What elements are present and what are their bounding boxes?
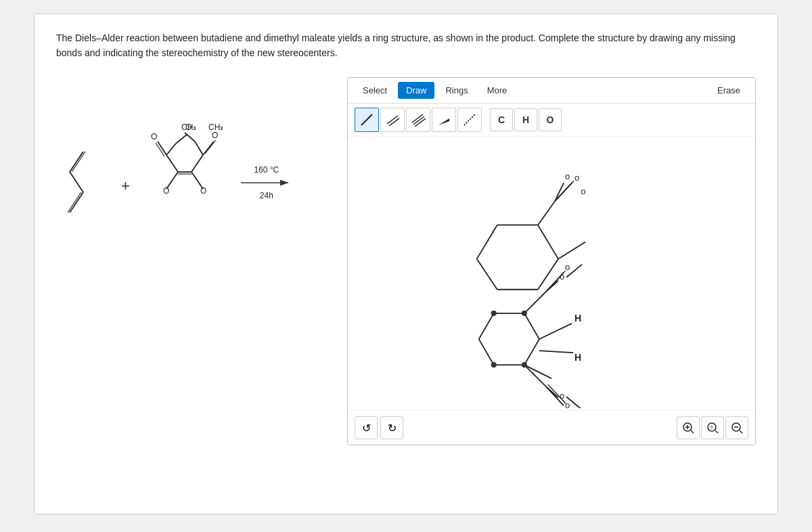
draw-button[interactable]: Draw bbox=[398, 82, 434, 99]
svg-line-42 bbox=[538, 201, 555, 225]
oxygen-button[interactable]: O bbox=[539, 108, 562, 131]
more-button[interactable]: More bbox=[479, 82, 516, 99]
page-container: The Diels–Alder reaction between butadie… bbox=[34, 14, 778, 514]
zoom-fit-button[interactable]: ? bbox=[701, 416, 724, 439]
svg-line-15 bbox=[195, 141, 203, 155]
undo-redo-buttons: ↺ ↻ bbox=[355, 416, 403, 439]
reaction-arrow-container: 160 °C 24h bbox=[240, 158, 294, 200]
undo-button[interactable]: ↺ bbox=[355, 416, 378, 439]
svg-line-7 bbox=[166, 155, 178, 172]
svg-point-78 bbox=[522, 362, 527, 368]
svg-line-52 bbox=[524, 339, 539, 365]
svg-point-77 bbox=[491, 362, 497, 368]
redo-button[interactable]: ↻ bbox=[380, 416, 403, 439]
svg-line-48 bbox=[558, 242, 585, 259]
carbon-button[interactable]: C bbox=[490, 108, 513, 131]
erase-button[interactable]: Erase bbox=[709, 82, 748, 99]
zoom-out-button[interactable] bbox=[725, 416, 748, 439]
svg-line-13 bbox=[203, 141, 214, 155]
canvas-area[interactable]: o o o bbox=[348, 137, 755, 410]
plus-sign: + bbox=[121, 164, 130, 195]
question-text: The Diels–Alder reaction between butadie… bbox=[56, 30, 756, 61]
dashed-bond-button[interactable] bbox=[457, 108, 482, 132]
condition-time: 24h bbox=[260, 191, 273, 200]
svg-line-44 bbox=[557, 181, 574, 199]
butadiene-molecule bbox=[56, 138, 110, 221]
svg-text:o: o bbox=[581, 186, 585, 196]
zoom-buttons: ? bbox=[677, 416, 748, 439]
svg-text:O: O bbox=[163, 186, 169, 196]
svg-line-73 bbox=[539, 351, 573, 353]
svg-line-3 bbox=[70, 192, 83, 213]
svg-line-82 bbox=[691, 430, 694, 433]
single-bond-button[interactable] bbox=[355, 108, 379, 132]
svg-line-14 bbox=[205, 140, 216, 154]
svg-line-63 bbox=[539, 324, 572, 339]
select-button[interactable]: Select bbox=[355, 82, 395, 99]
svg-line-1 bbox=[72, 152, 85, 172]
svg-line-60 bbox=[546, 280, 558, 291]
svg-text:o: o bbox=[574, 173, 579, 183]
reaction-arrow bbox=[240, 176, 294, 190]
molecule-canvas[interactable]: o o o bbox=[348, 137, 755, 408]
dimethyl-maleate-molecule: O O O CH₃ CH₃ O O bbox=[141, 118, 229, 242]
svg-line-46 bbox=[555, 183, 564, 201]
svg-line-37 bbox=[538, 225, 558, 259]
svg-text:CH₃: CH₃ bbox=[208, 123, 223, 132]
svg-line-12 bbox=[191, 155, 203, 172]
svg-text:O: O bbox=[200, 186, 206, 196]
svg-text:H: H bbox=[574, 313, 581, 324]
rings-button[interactable]: Rings bbox=[437, 82, 476, 99]
svg-point-76 bbox=[522, 311, 527, 316]
svg-line-51 bbox=[524, 313, 539, 339]
reaction-area: + bbox=[56, 77, 347, 242]
svg-line-38 bbox=[538, 259, 558, 289]
svg-text:o: o bbox=[560, 391, 564, 401]
svg-line-88 bbox=[740, 430, 742, 433]
svg-line-2 bbox=[70, 172, 83, 192]
wedge-bond-button[interactable] bbox=[432, 108, 456, 132]
svg-line-56 bbox=[524, 292, 546, 313]
content-area: + bbox=[56, 77, 756, 445]
drawing-panel: Select Draw Rings More Erase bbox=[347, 77, 756, 445]
toolbar: Select Draw Rings More Erase bbox=[348, 78, 755, 104]
svg-line-69 bbox=[546, 386, 558, 397]
svg-line-16 bbox=[185, 133, 195, 141]
svg-line-28 bbox=[361, 114, 372, 125]
svg-line-55 bbox=[479, 313, 494, 339]
svg-line-40 bbox=[477, 259, 497, 289]
svg-marker-34 bbox=[438, 118, 449, 125]
svg-text:H: H bbox=[574, 352, 581, 363]
svg-line-41 bbox=[477, 225, 497, 259]
triple-bond-button[interactable] bbox=[406, 108, 430, 132]
hydrogen-button[interactable]: H bbox=[514, 108, 537, 131]
atom-tools: C H O bbox=[490, 108, 562, 131]
svg-line-29 bbox=[387, 116, 398, 124]
svg-text:o: o bbox=[565, 261, 570, 271]
bottom-bar: ↺ ↻ bbox=[348, 410, 755, 445]
svg-text:o: o bbox=[565, 400, 570, 408]
svg-text:?: ? bbox=[710, 424, 713, 430]
svg-line-0 bbox=[70, 152, 83, 172]
svg-line-65 bbox=[524, 365, 546, 386]
svg-line-54 bbox=[479, 339, 494, 365]
bond-tools-row: C H O bbox=[348, 104, 755, 137]
svg-line-4 bbox=[68, 192, 81, 213]
double-bond-button[interactable] bbox=[380, 108, 405, 132]
svg-line-74 bbox=[524, 365, 551, 378]
svg-text:o: o bbox=[560, 271, 564, 281]
svg-line-11 bbox=[176, 135, 187, 143]
zoom-in-button[interactable] bbox=[677, 416, 700, 439]
svg-text:CH₃: CH₃ bbox=[181, 123, 196, 132]
condition-temp: 160 °C bbox=[254, 165, 279, 175]
svg-line-84 bbox=[715, 430, 718, 433]
svg-text:O: O bbox=[151, 132, 157, 141]
svg-text:O: O bbox=[212, 131, 218, 140]
svg-text:o: o bbox=[565, 171, 570, 181]
svg-point-75 bbox=[491, 311, 497, 316]
svg-line-35 bbox=[464, 114, 475, 125]
svg-line-10 bbox=[166, 143, 176, 155]
